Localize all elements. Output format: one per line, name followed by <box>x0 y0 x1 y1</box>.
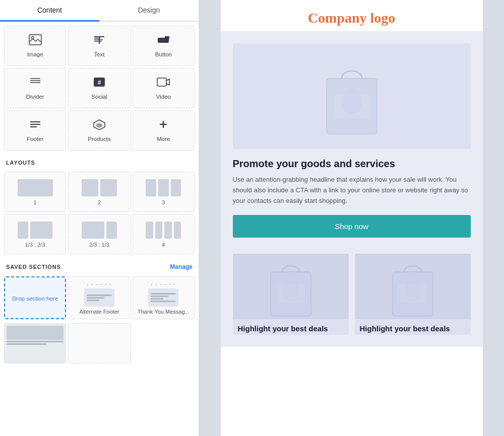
email-hero-image <box>233 43 471 149</box>
thumb-line-5 <box>151 296 168 297</box>
saved-sections-header: SAVED SECTIONS Manage <box>0 258 199 272</box>
shop-now-button[interactable]: Shop now <box>233 215 471 238</box>
layout-4-block-3 <box>164 222 172 239</box>
saved-thank-you-dots: • • • • • • <box>151 282 176 286</box>
text-icon <box>93 34 106 48</box>
thumb-line-6 <box>151 298 163 300</box>
left-panel: « Content Design Image <box>0 0 199 436</box>
product-img-2 <box>355 254 471 319</box>
layout-1[interactable]: 1 <box>4 172 66 212</box>
layout-3[interactable]: 3 <box>133 172 195 212</box>
saved-extra-2[interactable] <box>68 323 130 364</box>
layout-2-3-1-3-preview <box>82 222 117 239</box>
layout-4-block-1 <box>146 222 153 239</box>
module-footer-label: Footer <box>27 136 43 142</box>
svg-rect-8 <box>165 36 169 39</box>
module-more-label: More <box>157 136 170 142</box>
product-img-1 <box>233 254 349 319</box>
social-icon: # <box>93 77 106 91</box>
email-hero-heading: Promote your goods and services <box>233 158 471 170</box>
layout-2-preview <box>82 179 117 196</box>
product-card-2-title: Highlight your best deals <box>355 319 471 335</box>
svg-text:#: # <box>98 79 101 86</box>
layout-4[interactable]: 4 <box>133 214 195 254</box>
image-icon <box>29 34 42 48</box>
layouts-section-header: LAYOUTS <box>0 155 199 168</box>
product-card-2: Highlight your best deals <box>355 254 471 335</box>
mini-preview-1 <box>5 324 66 363</box>
mini-img-1 <box>7 326 64 340</box>
saved-alternate-footer-thumb <box>84 288 114 307</box>
email-hero-body: Use an attention-grabbing headline that … <box>233 175 471 206</box>
layout-4-preview <box>146 222 181 239</box>
product-card-1-title: Highlight your best deals <box>233 319 349 335</box>
email-hero: Promote your goods and services Use an a… <box>221 31 483 248</box>
more-icon <box>157 119 170 133</box>
layout-2-block-2 <box>100 179 117 196</box>
thumb-line-3 <box>87 300 99 301</box>
layout-1-3-block-1 <box>18 222 28 239</box>
module-divider[interactable]: Divider <box>4 68 66 108</box>
email-preview: Company logo Promote your goods and serv… <box>221 0 483 436</box>
modules-grid: Image Text Button <box>0 22 199 155</box>
module-social[interactable]: # Social <box>68 68 130 108</box>
module-video-label: Video <box>156 94 171 100</box>
layout-2-block-1 <box>82 179 98 196</box>
module-text[interactable]: Text <box>68 26 130 66</box>
layout-3-block-2 <box>158 179 169 196</box>
layout-3-label: 3 <box>162 199 165 205</box>
layout-1-block <box>18 179 53 196</box>
module-image[interactable]: Image <box>4 26 66 66</box>
module-button-label: Button <box>155 51 172 57</box>
layout-2-3-block-1 <box>82 222 104 239</box>
mini-text-2 <box>7 343 46 345</box>
layout-1-3-block-2 <box>30 222 53 239</box>
svg-marker-19 <box>96 123 102 128</box>
module-products[interactable]: Products <box>68 110 130 151</box>
divider-icon <box>29 77 42 91</box>
thumb-line-4 <box>151 293 176 295</box>
saved-thank-you[interactable]: • • • • • • Thank You Messag... <box>133 276 195 319</box>
layout-1-3-2-3[interactable]: 1/3 : 2/3 <box>4 214 66 254</box>
video-icon <box>157 77 170 91</box>
module-social-label: Social <box>91 94 107 100</box>
saved-extra-1[interactable] <box>4 323 66 364</box>
module-divider-label: Divider <box>26 94 44 100</box>
saved-alternate-footer-dots: • • • • • • <box>87 282 112 286</box>
tab-content[interactable]: Content <box>0 0 99 22</box>
email-products: Highlight your best deals Highlight your… <box>221 248 483 347</box>
saved-thank-you-thumb <box>148 288 178 307</box>
layout-1-preview <box>18 179 53 196</box>
mini-text-1 <box>7 341 64 342</box>
product-grid: Highlight your best deals Highlight your… <box>233 254 471 335</box>
layout-2-3-block-2 <box>106 222 117 239</box>
module-products-label: Products <box>88 136 110 142</box>
saved-thank-you-label: Thank You Messag... <box>138 309 190 315</box>
module-video[interactable]: Video <box>133 68 195 108</box>
saved-alternate-footer[interactable]: • • • • • • Alternate Footer <box>68 276 130 319</box>
tab-header: Content Design <box>0 0 199 22</box>
svg-point-24 <box>342 89 362 114</box>
saved-alternate-footer-label: Alternate Footer <box>80 309 119 315</box>
module-more[interactable]: More <box>133 110 195 151</box>
drop-section-zone[interactable]: Drop section here <box>4 276 66 319</box>
module-button[interactable]: Button <box>133 26 195 66</box>
tab-design[interactable]: Design <box>99 0 199 22</box>
layout-4-label: 4 <box>162 242 165 248</box>
module-footer[interactable]: Footer <box>4 110 66 151</box>
manage-link[interactable]: Manage <box>170 263 193 270</box>
layout-3-preview <box>146 179 181 196</box>
email-logo-text: Company logo <box>221 10 483 26</box>
layout-2-3-1-3[interactable]: 2/3 : 1/3 <box>68 214 130 254</box>
layout-2[interactable]: 2 <box>68 172 130 212</box>
layout-1-3-2-3-label: 1/3 : 2/3 <box>25 242 45 248</box>
layout-2-3-1-3-label: 2/3 : 1/3 <box>89 242 109 248</box>
layout-3-block-1 <box>146 179 156 196</box>
footer-icon <box>29 119 42 133</box>
button-icon <box>157 34 170 48</box>
email-logo: Company logo <box>221 0 483 31</box>
thumb-line-2 <box>87 297 104 299</box>
svg-rect-0 <box>29 35 41 45</box>
svg-rect-14 <box>157 78 166 86</box>
saved-extra-grid <box>0 323 199 368</box>
